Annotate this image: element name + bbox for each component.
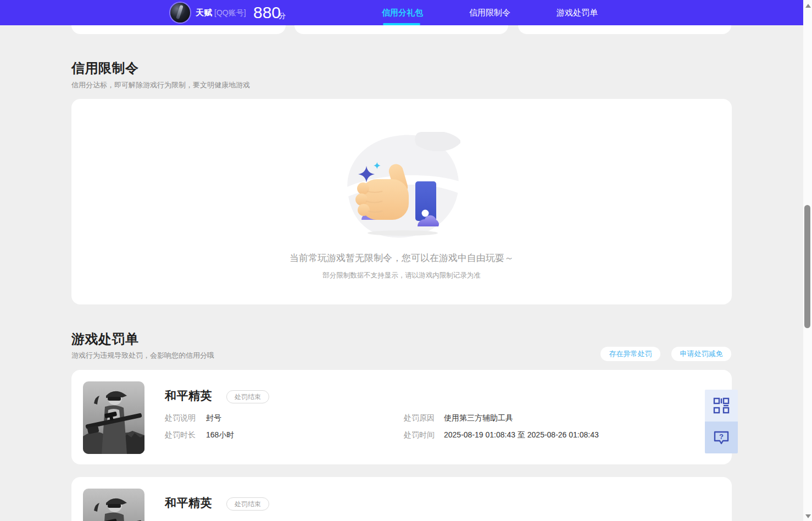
credit-score-value: 880 [253,3,281,22]
field-value: 2025-08-19 01:08:43 至 2025-08-26 01:08:4… [444,430,599,440]
svg-text:?: ? [719,433,724,441]
header-nav: 信用分礼包 信用限制令 游戏处罚单 [363,0,598,25]
thumbs-up-illustration [345,132,460,240]
field-label: 处罚时间 [404,430,435,440]
field-label: 处罚时长 [165,430,196,440]
question-bubble-icon: ? [713,429,730,446]
scrollbar[interactable] [803,0,812,521]
penalty-status-badge: 处罚结束 [226,497,269,511]
tab-credit-gift[interactable]: 信用分礼包 [382,0,423,25]
game-cover-image [83,489,144,521]
avatar [170,3,190,23]
penalty-reduction-button[interactable]: 申请处罚减免 [671,347,731,361]
restriction-section-title: 信用限制令 [71,59,139,77]
penalty-section-title: 游戏处罚单 [71,330,139,348]
abnormal-penalty-button[interactable]: 存在异常处罚 [600,347,660,361]
account-type-label: [QQ账号] [214,8,246,18]
penalty-section-subtitle: 游戏行为违规导致处罚，会影响您的信用分哦 [71,351,214,361]
game-cover-image [83,381,144,454]
floating-side-panel: ? [705,390,738,454]
tab-credit-restriction[interactable]: 信用限制令 [469,0,510,25]
field-value: 封号 [206,413,221,423]
qr-code-button[interactable] [705,390,738,422]
field-label: 处罚原因 [404,413,435,423]
penalty-status-badge: 处罚结束 [226,390,269,403]
restriction-section-subtitle: 信用分达标，即可解除游戏行为限制，要文明健康地游戏 [71,80,250,90]
penalty-card-1: 和平精英 处罚结束 处罚说明 封号 处罚原因 使用第三方辅助工具 处罚时长 16… [71,370,732,464]
scrollbar-up-arrow[interactable] [805,4,811,8]
field-value: 168小时 [206,430,234,440]
help-feedback-button[interactable]: ? [705,422,738,453]
restriction-empty-card: 当前常玩游戏暂无限制令，您可以在游戏中自由玩耍～ 部分限制数据不支持显示，请以游… [71,99,732,304]
empty-state-message: 当前常玩游戏暂无限制令，您可以在游戏中自由玩耍～ [71,252,732,264]
scrollbar-down-arrow[interactable] [805,514,811,518]
scrollbar-thumb[interactable] [804,205,810,328]
tab-game-penalty[interactable]: 游戏处罚单 [557,0,598,25]
qr-code-icon [713,397,730,414]
game-title: 和平精英 [165,495,212,511]
game-title: 和平精英 [165,388,212,403]
field-label: 处罚说明 [165,413,196,423]
field-value: 使用第三方辅助工具 [444,413,513,423]
empty-state-note: 部分限制数据不支持显示，请以游戏内限制记录为准 [71,271,732,280]
penalty-card-2: 和平精英 处罚结束 [71,477,732,521]
active-tab-indicator [383,23,420,25]
credit-score-unit: 分 [279,11,286,21]
user-name: 天赋 [196,8,213,18]
